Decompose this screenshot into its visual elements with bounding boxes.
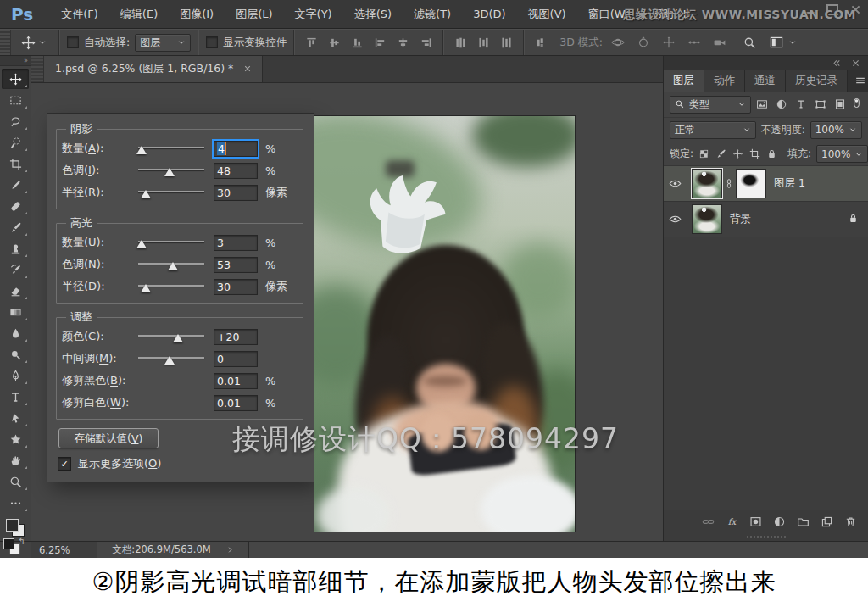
tab-close-icon[interactable] — [243, 64, 253, 75]
dialog-slider[interactable] — [136, 164, 206, 177]
tools-collapse-icon[interactable]: » — [0, 56, 31, 66]
align-left-icon[interactable] — [374, 36, 387, 49]
panel-tab-3[interactable]: 历史记录 — [786, 70, 848, 92]
lock-artboard-icon[interactable] — [749, 148, 760, 159]
zoom-tool[interactable] — [2, 471, 29, 492]
show-transform-checkbox[interactable] — [206, 36, 218, 48]
lock-brush-icon[interactable] — [715, 148, 726, 159]
magnifier-icon[interactable] — [743, 36, 756, 49]
align-hcenter-icon[interactable] — [397, 36, 409, 49]
canvas[interactable]: 阴影数量(A):4%色调(I):48%半径(R):30像素高光数量(U):3%色… — [31, 83, 663, 541]
gradient-tool[interactable] — [2, 302, 29, 322]
filter-smart-icon[interactable] — [834, 98, 846, 110]
dialog-value-field[interactable]: 53 — [214, 257, 258, 273]
menu-item-1[interactable]: 编辑(E) — [109, 0, 169, 28]
slider-thumb[interactable] — [141, 190, 151, 198]
menu-item-2[interactable]: 图像(I) — [169, 0, 225, 28]
type-tool[interactable] — [2, 387, 29, 407]
clone-stamp-tool[interactable] — [2, 238, 29, 259]
dialog-value-field[interactable]: 0.01 — [214, 395, 258, 411]
group-icon[interactable] — [797, 515, 810, 528]
dialog-slider[interactable] — [136, 258, 206, 271]
eraser-tool[interactable] — [2, 281, 29, 301]
auto-align-icon[interactable] — [535, 36, 548, 49]
lasso-tool[interactable] — [2, 111, 29, 131]
layer-name[interactable]: 背景 — [730, 212, 751, 226]
more-tools[interactable] — [2, 493, 29, 513]
dialog-slider[interactable] — [136, 330, 206, 343]
layer-thumbnail[interactable] — [692, 204, 722, 234]
document-tab[interactable]: 1.psd @ 6.25% (图层 1, RGB/16) * — [44, 56, 263, 82]
layer-name[interactable]: 图层 1 — [774, 176, 805, 191]
dialog-slider[interactable] — [136, 236, 206, 249]
adjustment-icon[interactable] — [773, 515, 786, 528]
workspace-switcher[interactable] — [768, 36, 797, 49]
new-layer-icon[interactable] — [821, 515, 833, 528]
layer-mask-thumbnail[interactable] — [736, 169, 766, 198]
menu-item-5[interactable]: 选择(S) — [343, 0, 403, 28]
auto-select-option[interactable]: 自动选择: — [67, 36, 130, 50]
layer-thumbnail[interactable] — [692, 169, 722, 198]
filter-type-dropdown[interactable]: 类型 — [670, 96, 751, 114]
dialog-value-field[interactable]: 48 — [214, 163, 258, 179]
dialog-value-field[interactable]: 3 — [214, 235, 258, 251]
slider-thumb[interactable] — [164, 168, 175, 176]
foreground-color-swatch[interactable] — [6, 519, 19, 532]
current-tool-button[interactable] — [16, 36, 52, 50]
show-more-checkbox[interactable]: ✓ — [58, 457, 71, 471]
move-tool[interactable] — [2, 69, 29, 89]
eyedropper-tool[interactable] — [2, 175, 29, 195]
panel-close-icon[interactable] — [851, 58, 860, 68]
add-mask-icon[interactable] — [749, 515, 762, 528]
slider-thumb[interactable] — [168, 262, 178, 270]
menu-item-0[interactable]: 文件(F) — [50, 0, 109, 28]
auto-select-checkbox[interactable] — [67, 36, 79, 48]
slider-thumb[interactable] — [136, 240, 147, 248]
delete-layer-icon[interactable] — [844, 515, 857, 528]
fx-icon[interactable]: fx — [726, 515, 738, 528]
panel-resize-grip[interactable] — [664, 533, 868, 541]
pen-tool[interactable] — [2, 365, 29, 386]
fill-dropdown[interactable]: 100% — [816, 145, 868, 163]
menu-item-8[interactable]: 视图(V) — [517, 0, 577, 28]
dodge-tool[interactable] — [2, 344, 29, 365]
blur-tool[interactable] — [2, 323, 29, 343]
dialog-slider[interactable] — [136, 142, 206, 155]
shape-tool[interactable] — [2, 429, 29, 449]
filter-adjust-icon[interactable] — [776, 98, 787, 110]
align-top-icon[interactable] — [305, 36, 318, 49]
menu-item-6[interactable]: 滤镜(T) — [403, 0, 462, 28]
filter-toggle-icon[interactable] — [851, 97, 862, 113]
opacity-dropdown[interactable]: 100% — [810, 121, 862, 139]
dialog-slider[interactable] — [136, 352, 206, 365]
menu-item-7[interactable]: 3D(D) — [462, 0, 516, 28]
collapse-panels-icon[interactable] — [832, 58, 841, 68]
document-info-field[interactable]: 文档:206.9M/563.0M — [97, 542, 249, 558]
lock-all-icon[interactable] — [766, 148, 777, 159]
mask-link-icon[interactable] — [722, 177, 736, 190]
panel-tab-2[interactable]: 通道 — [745, 70, 786, 92]
filter-pixel-icon[interactable] — [756, 98, 768, 110]
crop-tool[interactable] — [2, 153, 29, 174]
layer-row-1[interactable]: 背景 — [664, 202, 868, 237]
dialog-value-field[interactable]: 4 — [214, 141, 258, 157]
panel-menu-icon[interactable] — [848, 70, 868, 92]
menu-item-3[interactable]: 图层(L) — [225, 0, 283, 28]
dialog-value-field[interactable]: +20 — [214, 329, 258, 345]
filter-shape-icon[interactable] — [815, 98, 826, 110]
3d-slide-icon[interactable] — [687, 36, 701, 49]
path-select-tool[interactable] — [2, 408, 29, 428]
brush-tool[interactable] — [2, 217, 29, 237]
lock-transparent-icon[interactable] — [698, 148, 709, 159]
3d-orbit-icon[interactable] — [611, 36, 625, 49]
align-bottom-icon[interactable] — [351, 36, 364, 49]
layer-visibility-icon[interactable] — [664, 202, 687, 237]
show-transform-option[interactable]: 显示变换控件 — [206, 36, 287, 50]
hand-tool[interactable] — [2, 450, 29, 471]
slider-thumb[interactable] — [141, 284, 151, 292]
link-layers-icon[interactable] — [702, 515, 715, 528]
quick-select-tool[interactable] — [2, 132, 29, 153]
3d-zoom-icon[interactable] — [713, 36, 726, 49]
align-vcenter-icon[interactable] — [328, 36, 341, 49]
3d-pan-icon[interactable] — [662, 36, 676, 49]
